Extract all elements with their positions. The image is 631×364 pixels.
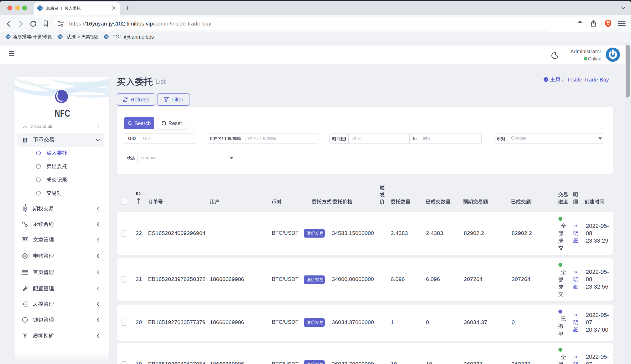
svg-text:Tm: Tm (38, 7, 42, 10)
svg-text:Tm: Tm (105, 35, 108, 38)
svg-text:Tm: Tm (59, 35, 62, 38)
svg-text:Tm: Tm (7, 35, 10, 38)
